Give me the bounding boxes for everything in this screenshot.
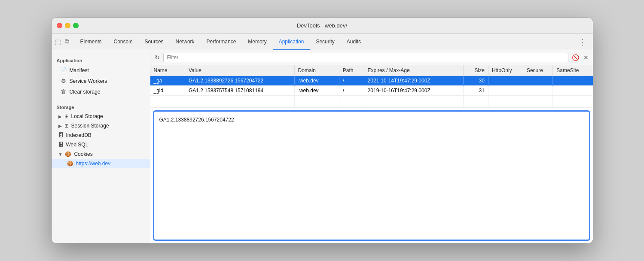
tab-application[interactable]: Application bbox=[273, 34, 310, 50]
cookies-arrow: ▼ bbox=[58, 152, 63, 157]
cell-empty bbox=[488, 96, 523, 108]
manifest-label: Manifest bbox=[70, 67, 89, 73]
refresh-button[interactable]: ↻ bbox=[154, 53, 161, 62]
sidebar-item-websql[interactable]: 🗄 Web SQL bbox=[52, 140, 150, 149]
filterbar: ↻ 🚫 ✕ bbox=[150, 50, 593, 65]
cell-value: GA1.2.1583757548.1571081194 bbox=[185, 86, 295, 96]
indexeddb-icon: 🗄 bbox=[58, 132, 64, 138]
session-storage-grid-icon: ⊞ bbox=[64, 123, 69, 129]
col-header-domain[interactable]: Domain bbox=[294, 65, 339, 76]
manifest-icon: 📄 bbox=[60, 67, 67, 73]
no-filter-button[interactable]: 🚫 bbox=[571, 53, 580, 62]
clear-storage-label: Clear storage bbox=[70, 89, 101, 95]
cookie-table-container: Name Value Domain Path Expires / Max-Age… bbox=[150, 65, 593, 108]
storage-section-title: Storage bbox=[52, 100, 150, 112]
cell-path: / bbox=[339, 76, 364, 86]
local-storage-label: Local Storage bbox=[71, 113, 103, 119]
cookies-icon: 🍪 bbox=[65, 151, 71, 157]
tab-network[interactable]: Network bbox=[170, 34, 201, 50]
cell-empty bbox=[553, 96, 593, 108]
cell-empty bbox=[185, 96, 295, 108]
cell-expires: 2021-10-14T19:47:29.000Z bbox=[364, 76, 463, 86]
cell-empty bbox=[464, 96, 488, 108]
close-filter-button[interactable]: ✕ bbox=[583, 53, 589, 62]
table-row-empty bbox=[150, 96, 593, 108]
cell-samesite bbox=[553, 86, 593, 96]
col-header-samesite[interactable]: SameSite bbox=[553, 65, 593, 76]
cell-path: / bbox=[339, 86, 364, 96]
session-storage-label: Session Storage bbox=[71, 123, 109, 129]
cell-secure bbox=[523, 86, 552, 96]
cell-httponly bbox=[488, 76, 523, 86]
sidebar: Application 📄 Manifest ⚙ Service Workers… bbox=[52, 50, 150, 243]
tab-elements[interactable]: Elements bbox=[74, 34, 108, 50]
table-row[interactable]: _gidGA1.2.1583757548.1571081194.web.dev/… bbox=[150, 86, 593, 96]
cell-empty bbox=[523, 96, 552, 108]
sidebar-item-session-storage[interactable]: ▶ ⊞ Session Storage bbox=[52, 121, 150, 130]
col-header-value[interactable]: Value bbox=[185, 65, 295, 76]
cell-name: _ga bbox=[150, 76, 185, 86]
cookies-label: Cookies bbox=[74, 151, 92, 157]
tab-console[interactable]: Console bbox=[108, 34, 139, 50]
sidebar-item-cookies[interactable]: ▼ 🍪 Cookies bbox=[52, 149, 150, 159]
service-workers-label: Service Workers bbox=[70, 78, 107, 84]
indexeddb-label: IndexedDB bbox=[66, 132, 92, 138]
close-button[interactable] bbox=[57, 23, 62, 28]
detail-value: GA1.2.1338892726.1567204722 bbox=[159, 117, 234, 123]
local-storage-grid-icon: ⊞ bbox=[64, 113, 69, 119]
tabbar-icons: ⬚ ⧉ bbox=[55, 38, 69, 46]
sidebar-item-clear-storage[interactable]: 🗑 Clear storage bbox=[52, 86, 150, 97]
websql-icon: 🗄 bbox=[58, 142, 64, 148]
maximize-button[interactable] bbox=[73, 23, 79, 28]
tab-performance[interactable]: Performance bbox=[201, 34, 242, 50]
col-header-name[interactable]: Name bbox=[150, 65, 185, 76]
service-workers-icon: ⚙ bbox=[60, 78, 67, 84]
table-header-row: Name Value Domain Path Expires / Max-Age… bbox=[150, 65, 593, 76]
tab-security[interactable]: Security bbox=[310, 34, 340, 50]
col-header-size[interactable]: Size bbox=[464, 65, 488, 76]
table-row[interactable]: _gaGA1.2.1338892726.1567204722.web.dev/2… bbox=[150, 76, 593, 86]
cell-name: _gid bbox=[150, 86, 185, 96]
sidebar-item-indexeddb[interactable]: 🗄 IndexedDB bbox=[52, 130, 150, 140]
cookie-table: Name Value Domain Path Expires / Max-Age… bbox=[150, 65, 593, 108]
tab-sources[interactable]: Sources bbox=[139, 34, 170, 50]
detail-pane: GA1.2.1338892726.1567204722 bbox=[153, 110, 590, 241]
session-storage-arrow: ▶ bbox=[58, 124, 62, 128]
cell-empty bbox=[339, 96, 364, 108]
col-header-secure[interactable]: Secure bbox=[523, 65, 552, 76]
main-area: Application 📄 Manifest ⚙ Service Workers… bbox=[52, 50, 593, 243]
cell-samesite bbox=[553, 76, 593, 86]
window-title: DevTools - web.dev/ bbox=[297, 22, 347, 29]
sidebar-item-manifest[interactable]: 📄 Manifest bbox=[52, 65, 150, 76]
traffic-lights bbox=[57, 23, 79, 28]
layers-icon[interactable]: ⧉ bbox=[65, 38, 69, 46]
application-section-title: Application bbox=[52, 54, 150, 65]
cell-value: GA1.2.1338892726.1567204722 bbox=[185, 76, 295, 86]
sidebar-item-local-storage[interactable]: ▶ ⊞ Local Storage bbox=[52, 112, 150, 121]
titlebar: DevTools - web.dev/ bbox=[52, 18, 593, 34]
col-header-path[interactable]: Path bbox=[339, 65, 364, 76]
cell-empty bbox=[294, 96, 339, 108]
cell-expires: 2019-10-16T19:47:29.000Z bbox=[364, 86, 463, 96]
sidebar-item-service-workers[interactable]: ⚙ Service Workers bbox=[52, 76, 150, 86]
websql-label: Web SQL bbox=[66, 142, 89, 148]
clear-storage-icon: 🗑 bbox=[60, 88, 67, 95]
minimize-button[interactable] bbox=[65, 23, 70, 28]
tab-audits[interactable]: Audits bbox=[341, 34, 367, 50]
cell-size: 30 bbox=[464, 76, 488, 86]
cell-domain: .web.dev bbox=[294, 76, 339, 86]
devtools-window: DevTools - web.dev/ ⬚ ⧉ Elements Console… bbox=[52, 18, 593, 243]
more-menu-button[interactable]: ⋮ bbox=[575, 37, 589, 47]
cookies-child-label: https://web.dev bbox=[76, 161, 111, 167]
cell-domain: .web.dev bbox=[294, 86, 339, 96]
tabbar: ⬚ ⧉ Elements Console Sources Network Per… bbox=[52, 34, 593, 50]
sidebar-item-cookies-webdev[interactable]: 🍪 https://web.dev bbox=[52, 159, 150, 168]
content-panel: ↻ 🚫 ✕ Name Value Domain Path Expires / M… bbox=[150, 50, 593, 243]
cursor-icon[interactable]: ⬚ bbox=[55, 38, 61, 46]
col-header-expires[interactable]: Expires / Max-Age bbox=[364, 65, 463, 76]
col-header-httponly[interactable]: HttpOnly bbox=[488, 65, 523, 76]
cell-empty bbox=[150, 96, 185, 108]
tab-memory[interactable]: Memory bbox=[242, 34, 272, 50]
filter-input[interactable] bbox=[163, 53, 568, 62]
cell-empty bbox=[364, 96, 463, 108]
